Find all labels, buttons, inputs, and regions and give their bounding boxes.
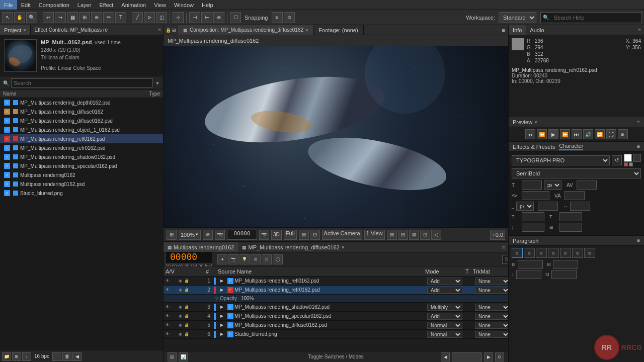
comp-tab-close[interactable]: × — [305, 28, 308, 33]
leading-pct-input[interactable]: 100 % — [522, 212, 544, 221]
baseline-input[interactable]: 0 px — [522, 223, 544, 232]
effects-panel-menu[interactable]: ≡ — [637, 144, 640, 149]
prev-audio[interactable]: 🔊 — [583, 129, 593, 139]
layer-expand-btn[interactable]: ▶ — [218, 313, 225, 320]
project-filter-btn[interactable]: ▼ — [155, 80, 160, 86]
tool-align-center[interactable]: ⊕ — [213, 12, 224, 23]
viewer-timecode[interactable]: 00000 — [227, 230, 257, 240]
align-justify-f-btn[interactable]: ≡ — [572, 248, 583, 258]
layer-trkmat-select[interactable]: None — [475, 331, 508, 338]
menu-window[interactable]: Window — [170, 0, 198, 10]
file-list-item[interactable]: PMP_Multipass rendering_refr0162.psd — [0, 143, 163, 152]
units-select[interactable]: px — [516, 202, 534, 211]
tool-eraser[interactable]: ◫ — [156, 12, 167, 23]
viewer-snapshot-btn[interactable]: 📷 — [215, 230, 225, 240]
tool-zoom[interactable]: 🔍 — [26, 12, 37, 23]
layer-shy-btn[interactable] — [190, 287, 196, 293]
timeline-search-input[interactable] — [502, 255, 508, 264]
tool-text[interactable]: T — [115, 12, 126, 23]
tl-solo-btn[interactable]: ● — [217, 254, 227, 264]
align-center-btn[interactable]: ≡ — [524, 248, 535, 258]
timeline-tab-1[interactable]: ▦ Multipass rendering0162 — [164, 242, 238, 252]
tracking-pct-input[interactable]: 100 % — [559, 212, 582, 221]
layer-solo-btn[interactable]: ◉ — [178, 304, 184, 310]
viewer-view-select[interactable]: 1 View — [364, 230, 385, 240]
layer-trkmat-select[interactable]: None — [475, 278, 508, 285]
para-panel-menu[interactable]: ≡ — [637, 238, 640, 243]
align-justify-r-btn[interactable]: ≡ — [560, 248, 571, 258]
layer-vis-btn[interactable]: 👁 — [165, 331, 171, 337]
viewer-ovr-btn[interactable]: ⊡ — [310, 230, 320, 240]
viewer-quality-select[interactable]: Full — [284, 230, 297, 240]
tab-project-close[interactable]: × — [23, 28, 26, 33]
font-sync-btn[interactable]: ↺ — [612, 155, 622, 165]
layer-audio-btn[interactable] — [171, 278, 177, 284]
tab-effect-controls[interactable]: Effect Controls: MP_Multipass re — [31, 25, 112, 35]
layer-3d-btn[interactable] — [197, 278, 203, 284]
file-list-item[interactable]: PStudio_blurred.png — [0, 189, 163, 198]
menu-effect[interactable]: Effect — [95, 0, 117, 10]
tl-tab-close[interactable]: × — [342, 245, 344, 250]
layer-lock-btn[interactable]: 🔒 — [184, 331, 190, 337]
panel-menu-btn[interactable]: ≡ — [158, 27, 161, 33]
new-folder-btn[interactable]: 📁 — [2, 352, 11, 361]
layer-3d-btn[interactable] — [197, 322, 203, 328]
new-comp-btn[interactable]: ⊞ — [12, 352, 21, 361]
tl-adj-btn[interactable]: ⊡ — [262, 254, 272, 264]
align-right-btn[interactable]: ≡ — [536, 248, 547, 258]
prev-to-end[interactable]: ⏭ — [572, 129, 582, 139]
viewer-options-btn[interactable]: ⊞ — [167, 230, 177, 240]
prev-fwd-frame[interactable]: ⏩ — [560, 129, 570, 139]
viewer-plus-val[interactable]: +0.0 — [490, 230, 505, 240]
layer-shy-btn[interactable] — [190, 278, 196, 284]
layer-3d-btn[interactable] — [197, 287, 203, 293]
info-panel-menu[interactable]: ≡ — [635, 27, 644, 33]
tab-character[interactable]: Character — [559, 143, 583, 150]
layer-trkmat-select[interactable]: None — [475, 313, 508, 320]
tool-pen[interactable]: ✏ — [103, 12, 114, 23]
layer-lock-btn[interactable]: 🔒 — [184, 313, 190, 319]
file-list-item[interactable]: PMultipass rendering0162 — [0, 170, 163, 179]
tool-hand[interactable]: ✋ — [14, 12, 25, 23]
para-indent-right[interactable]: 0 px — [553, 260, 578, 269]
viewer-trans-btn[interactable]: ⊞ — [299, 230, 309, 240]
layer-expand-btn[interactable]: ▶ — [218, 304, 225, 311]
tool-align-right[interactable]: ⊢ — [201, 12, 212, 23]
timeline-panel-menu[interactable]: ≡ — [499, 244, 508, 250]
timeline-layer-row[interactable]: 👁 ◉ 🔒 2 ▶ P MP_Multipass rendering_refr0… — [164, 286, 508, 295]
timeline-layer-row[interactable]: 👁 ◉ 🔒 3 ▶ P MP_Multipass rendering_shado… — [164, 303, 508, 312]
prev-play-stop[interactable]: ▶ — [548, 129, 558, 139]
layer-lock-btn[interactable]: 🔒 — [184, 278, 190, 284]
layer-audio-btn[interactable] — [171, 304, 177, 310]
layer-shy-btn[interactable] — [190, 304, 196, 310]
layer-solo-btn[interactable]: ◉ — [178, 287, 184, 293]
layer-trkmat-select[interactable]: None — [475, 304, 508, 311]
file-list-item[interactable]: PMP_Multipass rendering_depth0162.psd — [0, 98, 163, 107]
layer-3d-btn[interactable] — [197, 331, 203, 337]
viewer-zoom-btn[interactable]: 100% ▼ — [179, 230, 201, 240]
tab-audio[interactable]: Audio — [526, 25, 548, 35]
file-list-item[interactable]: PMP_Multipass rendering_shadow0162.psd — [0, 152, 163, 161]
scale-input[interactable] — [570, 202, 590, 211]
layer-expand-btn[interactable]: ▶ — [218, 287, 225, 294]
layer-shy-btn[interactable] — [190, 313, 196, 319]
tool-select[interactable]: ↖ — [2, 12, 13, 23]
leading-input[interactable]: Auto — [577, 180, 597, 190]
comp-panel-menu[interactable]: ≡ — [499, 27, 508, 33]
toggle-switches-modes[interactable]: Toggle Switches / Modes — [308, 354, 364, 359]
menu-composition[interactable]: Composition — [35, 0, 73, 10]
layer-audio-btn[interactable] — [171, 322, 177, 328]
layer-solo-btn[interactable]: ◉ — [178, 322, 184, 328]
prev-loop[interactable]: 🔁 — [595, 129, 605, 139]
viewer-camera-btn[interactable]: 📷 — [259, 230, 269, 240]
tracking-input[interactable]: 0 — [565, 191, 585, 200]
fill-color-swatch[interactable] — [624, 154, 632, 162]
workspace-select[interactable]: Standard — [499, 12, 536, 23]
tool-align-left[interactable]: ⊣ — [189, 12, 200, 23]
menu-edit[interactable]: Edit — [17, 0, 35, 10]
prev-full[interactable]: ⛶ — [606, 129, 616, 139]
tool-render[interactable]: ▦ — [67, 12, 78, 23]
menu-help[interactable]: Help — [198, 0, 217, 10]
menu-view[interactable]: View — [150, 0, 170, 10]
viewer-grid-btn[interactable]: ⊞ — [387, 230, 397, 240]
